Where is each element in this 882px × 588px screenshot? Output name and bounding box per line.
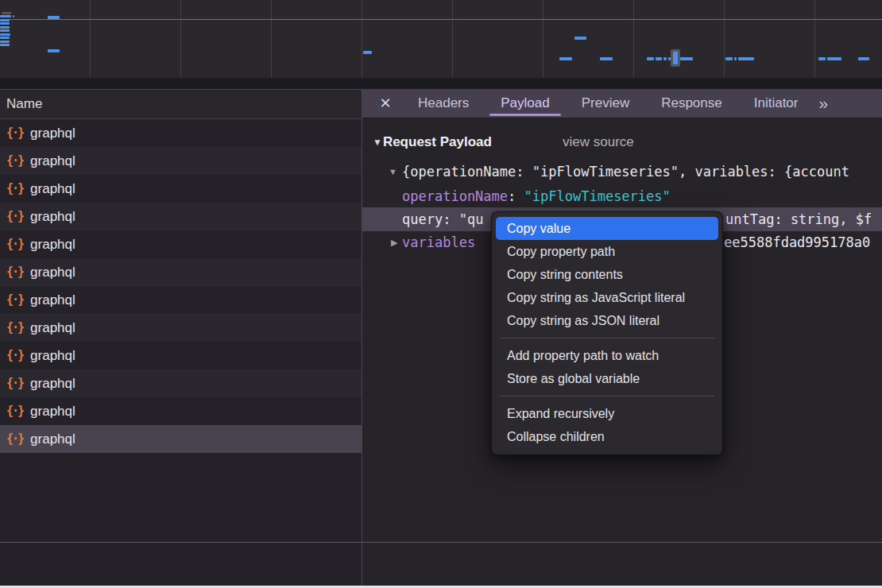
request-name-label: graphql bbox=[30, 431, 75, 447]
request-timing-bar bbox=[0, 29, 10, 32]
request-list-panel: Name {·}graphql{·}graphql{·}graphql{·}gr… bbox=[0, 89, 362, 586]
json-braces-icon: {·} bbox=[6, 237, 23, 251]
name-column-header[interactable]: Name bbox=[0, 89, 362, 119]
request-timing-bar bbox=[0, 37, 10, 39]
tab-payload[interactable]: Payload bbox=[485, 89, 565, 118]
tree-row-operationName[interactable]: operationName: "ipFlowTimeseries" bbox=[362, 185, 882, 207]
request-row[interactable]: {·}graphql bbox=[0, 342, 362, 369]
request-timing-bar bbox=[0, 19, 10, 21]
request-row[interactable]: {·}graphql bbox=[0, 147, 362, 175]
name-column-label: Name bbox=[6, 96, 42, 112]
json-braces-icon: {·} bbox=[6, 126, 23, 140]
request-row[interactable]: {·}graphql bbox=[0, 369, 362, 397]
tab-initiator[interactable]: Initiator bbox=[738, 89, 814, 118]
query-value-right-fragment: untTag: string, $f bbox=[725, 208, 872, 230]
request-timing-bar bbox=[0, 44, 10, 46]
request-timing-bar bbox=[0, 33, 10, 36]
request-name-label: graphql bbox=[30, 376, 75, 392]
colon: : bbox=[508, 188, 524, 204]
menu-item-copy-string-as-json-literal[interactable]: Copy string as JSON literal bbox=[496, 309, 718, 332]
menu-item-collapse-children[interactable]: Collapse children bbox=[496, 425, 718, 448]
menu-item-copy-string-contents[interactable]: Copy string contents bbox=[496, 263, 718, 286]
menu-item-add-property-path-to-watch[interactable]: Add property path to watch bbox=[496, 344, 718, 367]
request-name-label: graphql bbox=[30, 348, 75, 364]
network-overview-waterfall[interactable] bbox=[0, 0, 882, 78]
request-timing-bar bbox=[725, 57, 733, 60]
request-name-label: graphql bbox=[30, 320, 75, 336]
overview-gridline bbox=[543, 0, 544, 87]
request-timing-bar bbox=[0, 15, 11, 17]
overview-gridline bbox=[633, 0, 634, 87]
request-row[interactable]: {·}graphql bbox=[0, 286, 362, 314]
request-name-label: graphql bbox=[30, 153, 75, 169]
json-braces-icon: {·} bbox=[6, 376, 23, 390]
request-name-label: graphql bbox=[30, 404, 75, 420]
overview-gridline bbox=[271, 0, 272, 87]
selected-request-marker-bar bbox=[673, 52, 678, 64]
summary-text: {operationName: "ipFlowTimeseries", vari… bbox=[402, 164, 849, 180]
request-timing-bar bbox=[663, 57, 667, 60]
json-braces-icon: {·} bbox=[6, 153, 23, 168]
payload-summary-row[interactable]: {operationName: "ipFlowTimeseries", vari… bbox=[362, 161, 882, 183]
close-icon[interactable]: ✕ bbox=[369, 89, 402, 118]
overview-gridline bbox=[90, 0, 91, 87]
request-name-label: graphql bbox=[30, 209, 75, 225]
tab-preview[interactable]: Preview bbox=[566, 89, 645, 118]
property-key: query bbox=[402, 211, 443, 227]
overview-horizontal-gridline bbox=[0, 19, 882, 20]
request-row[interactable]: {·}graphql bbox=[0, 203, 362, 230]
request-timing-bar bbox=[13, 15, 14, 17]
tabs-holder: HeadersPayloadPreviewResponseInitiator bbox=[402, 89, 814, 118]
request-timing-bar bbox=[858, 57, 869, 60]
devtools-network-panel: Name {·}graphql{·}graphql{·}graphql{·}gr… bbox=[0, 0, 882, 588]
json-braces-icon: {·} bbox=[6, 181, 23, 195]
overview-gridline bbox=[814, 0, 815, 87]
request-name-label: graphql bbox=[30, 265, 75, 280]
view-source-link[interactable]: view source bbox=[563, 131, 634, 153]
request-timing-bar bbox=[738, 57, 754, 60]
section-title: Request Payload bbox=[383, 134, 492, 150]
property-value: "ipFlowTimeseries" bbox=[524, 188, 671, 204]
request-timing-bar bbox=[680, 57, 693, 60]
request-timing-bar bbox=[559, 57, 572, 60]
selected-request-marker bbox=[671, 49, 680, 67]
request-row[interactable]: {·}graphql bbox=[0, 397, 362, 425]
request-timing-bar bbox=[647, 57, 654, 60]
menu-item-store-as-global-variable[interactable]: Store as global variable bbox=[496, 367, 718, 390]
overview-gridline bbox=[362, 0, 362, 87]
menu-item-copy-string-as-javascript-literal[interactable]: Copy string as JavaScript literal bbox=[496, 286, 718, 309]
request-payload-section-header[interactable]: ▼ Request Payload bbox=[373, 131, 492, 153]
request-name-label: graphql bbox=[30, 126, 75, 141]
request-timing-bar bbox=[0, 22, 10, 25]
request-row[interactable]: {·}graphql bbox=[0, 119, 362, 147]
request-row[interactable]: {·}graphql bbox=[0, 258, 362, 286]
request-name-label: graphql bbox=[30, 237, 75, 253]
request-name-label: graphql bbox=[30, 292, 75, 308]
json-braces-icon: {·} bbox=[6, 348, 23, 362]
request-timing-bar bbox=[48, 16, 60, 19]
request-row[interactable]: {·}graphql bbox=[0, 314, 362, 342]
request-timing-bar bbox=[734, 57, 737, 60]
request-timing-bar bbox=[656, 57, 662, 60]
collapse-triangle-icon[interactable]: ▼ bbox=[373, 137, 382, 148]
request-timing-bar bbox=[0, 26, 10, 29]
colon: : bbox=[443, 211, 458, 227]
request-row[interactable]: {·}graphql bbox=[0, 230, 362, 258]
json-braces-icon: {·} bbox=[6, 209, 23, 223]
tab-response[interactable]: Response bbox=[645, 89, 738, 118]
double-chevron-glyph: » bbox=[818, 94, 826, 113]
tab-headers[interactable]: Headers bbox=[402, 89, 485, 118]
overview-gridline bbox=[452, 0, 453, 87]
request-timing-bar bbox=[48, 49, 60, 52]
request-row[interactable]: {·}graphql bbox=[0, 175, 362, 203]
json-braces-icon: {·} bbox=[6, 404, 23, 418]
context-menu: Copy valueCopy property pathCopy string … bbox=[491, 211, 723, 455]
close-glyph: ✕ bbox=[379, 95, 391, 112]
request-row[interactable]: {·}graphql bbox=[0, 425, 362, 453]
json-braces-icon: {·} bbox=[6, 431, 23, 446]
more-tabs-chevron-icon[interactable]: » bbox=[814, 89, 831, 118]
menu-item-copy-property-path[interactable]: Copy property path bbox=[496, 240, 718, 263]
property-key: variables bbox=[402, 234, 475, 250]
menu-item-expand-recursively[interactable]: Expand recursively bbox=[496, 402, 718, 425]
menu-item-copy-value[interactable]: Copy value bbox=[496, 217, 718, 240]
